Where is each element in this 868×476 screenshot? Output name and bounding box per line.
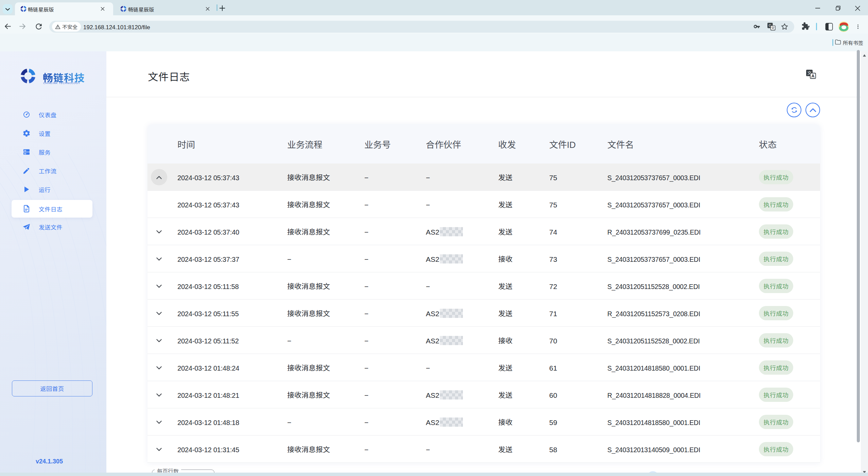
svg-text:A: A: [811, 73, 815, 79]
svg-text:文: 文: [771, 25, 775, 30]
